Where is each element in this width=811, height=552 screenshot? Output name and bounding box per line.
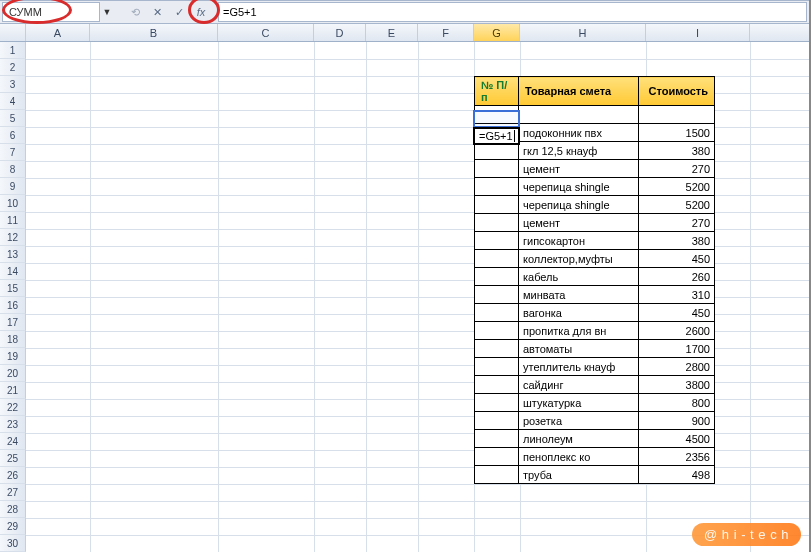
cell-np[interactable] [475,178,519,196]
row-header-2[interactable]: 2 [0,59,26,76]
cell-np[interactable] [475,214,519,232]
table-row[interactable]: вагонка450 [475,304,715,322]
cell-cost[interactable]: 270 [639,214,715,232]
row-header-5[interactable]: 5 [0,110,26,127]
column-header-F[interactable]: F [418,24,474,41]
cell-np[interactable] [475,268,519,286]
cell-name[interactable]: черепица shingle [519,178,639,196]
row-header-4[interactable]: 4 [0,93,26,110]
row-header-7[interactable]: 7 [0,144,26,161]
cell-cost[interactable]: 450 [639,304,715,322]
select-all-corner[interactable] [0,24,26,41]
cell-name[interactable]: сайдинг [519,376,639,394]
cell-name[interactable]: цемент [519,160,639,178]
cell-cost[interactable]: 1500 [639,124,715,142]
cell-cost[interactable]: 310 [639,286,715,304]
cell-cost[interactable]: 498 [639,466,715,484]
table-row[interactable]: труба498 [475,466,715,484]
row-header-30[interactable]: 30 [0,535,26,552]
row-header-19[interactable]: 19 [0,348,26,365]
cell-cost[interactable]: 1700 [639,340,715,358]
row-header-1[interactable]: 1 [0,42,26,59]
cell-np[interactable] [475,448,519,466]
cell-cost[interactable]: 3800 [639,376,715,394]
row-header-13[interactable]: 13 [0,246,26,263]
cell-cost[interactable]: 450 [639,250,715,268]
cell-cost[interactable]: 2356 [639,448,715,466]
cell-np[interactable] [475,376,519,394]
row-header-10[interactable]: 10 [0,195,26,212]
formula-input[interactable] [218,2,807,22]
row-header-23[interactable]: 23 [0,416,26,433]
cell-cost[interactable]: 2600 [639,322,715,340]
cell-name[interactable]: коллектор,муфты [519,250,639,268]
cell-name[interactable]: цемент [519,214,639,232]
cell-name[interactable]: черепица shingle [519,196,639,214]
table-row[interactable]: пропитка для вн2600 [475,322,715,340]
row-header-15[interactable]: 15 [0,280,26,297]
row-header-12[interactable]: 12 [0,229,26,246]
cell-np[interactable] [475,196,519,214]
row-header-8[interactable]: 8 [0,161,26,178]
active-cell[interactable]: =G5+1 [473,127,520,145]
table-row[interactable]: линолеум4500 [475,430,715,448]
cell-name[interactable]: гипсокартон [519,232,639,250]
table-row[interactable]: автоматы1700 [475,340,715,358]
row-header-9[interactable]: 9 [0,178,26,195]
cell-cost[interactable]: 270 [639,160,715,178]
cell-np[interactable] [475,466,519,484]
cell-np[interactable] [475,322,519,340]
cell-name[interactable]: пропитка для вн [519,322,639,340]
column-header-D[interactable]: D [314,24,366,41]
column-header-H[interactable]: H [520,24,646,41]
table-row[interactable]: черепица shingle5200 [475,178,715,196]
column-header-A[interactable]: A [26,24,90,41]
cell-cost[interactable]: 2800 [639,358,715,376]
row-header-26[interactable]: 26 [0,467,26,484]
cell-name[interactable]: автоматы [519,340,639,358]
row-header-22[interactable]: 22 [0,399,26,416]
cell-name[interactable]: штукатурка [519,394,639,412]
row-header-21[interactable]: 21 [0,382,26,399]
row-header-3[interactable]: 3 [0,76,26,93]
cell-np[interactable] [475,394,519,412]
table-row[interactable]: черепица shingle5200 [475,196,715,214]
cell-cost[interactable]: 800 [639,394,715,412]
table-row[interactable]: цемент270 [475,214,715,232]
cell-name[interactable]: розетка [519,412,639,430]
cell-np[interactable] [475,286,519,304]
row-header-27[interactable]: 27 [0,484,26,501]
cell-cost[interactable]: 260 [639,268,715,286]
table-row[interactable]: штукатурка800 [475,394,715,412]
row-header-17[interactable]: 17 [0,314,26,331]
cell-np[interactable] [475,340,519,358]
table-row[interactable]: минвата310 [475,286,715,304]
column-header-E[interactable]: E [366,24,418,41]
row-header-14[interactable]: 14 [0,263,26,280]
cell-np[interactable] [475,250,519,268]
cell-name[interactable]: вагонка [519,304,639,322]
row-header-29[interactable]: 29 [0,518,26,535]
column-header-G[interactable]: G [474,24,520,41]
cell-name[interactable]: труба [519,466,639,484]
table-row[interactable]: розетка900 [475,412,715,430]
cell-name[interactable]: линолеум [519,430,639,448]
cell-np[interactable] [475,160,519,178]
row-header-16[interactable]: 16 [0,297,26,314]
name-box-dropdown-icon[interactable]: ▼ [99,2,115,22]
cell-cost[interactable]: 380 [639,142,715,160]
table-row[interactable]: гипсокартон380 [475,232,715,250]
cell-cost[interactable]: 900 [639,412,715,430]
fx-icon[interactable]: fx [191,2,211,22]
cell-name[interactable]: пеноплекс ко [519,448,639,466]
enter-icon[interactable]: ✓ [169,2,189,22]
cell-name[interactable]: подоконник пвх [519,124,639,142]
cell-np[interactable] [475,412,519,430]
table-row[interactable]: цемент270 [475,160,715,178]
row-header-25[interactable]: 25 [0,450,26,467]
cell-np[interactable] [475,304,519,322]
cell-np[interactable] [475,358,519,376]
row-header-18[interactable]: 18 [0,331,26,348]
cell-np[interactable] [475,430,519,448]
cell-name[interactable]: гкл 12,5 кнауф [519,142,639,160]
